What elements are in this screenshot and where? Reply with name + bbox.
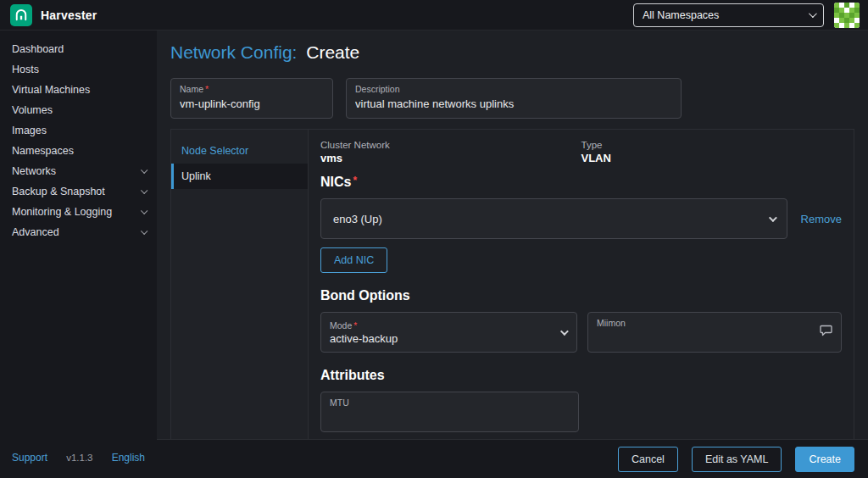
- main-content: Network Config: Create Name* Description…: [157, 31, 868, 439]
- type-value: VLAN: [581, 152, 843, 164]
- chevron-down-icon: [769, 214, 777, 222]
- type-label: Type: [581, 140, 843, 150]
- chevron-down-icon: [141, 187, 147, 194]
- mode-select[interactable]: Mode* active-backup: [320, 312, 577, 353]
- miimon-field[interactable]: Miimon: [587, 312, 842, 353]
- sidebar-item-dashboard[interactable]: Dashboard: [0, 39, 157, 59]
- name-input[interactable]: [180, 97, 324, 110]
- sidebar-item-label: Images: [12, 125, 47, 136]
- sidebar-item-label: Backup & Snapshot: [12, 186, 105, 197]
- sidebar-item-label: Networks: [12, 165, 56, 177]
- miimon-field-label: Miimon: [597, 318, 832, 328]
- mode-select-label: Mode*: [330, 320, 398, 331]
- mode-select-value: active-backup: [330, 332, 398, 345]
- harvester-logo-icon[interactable]: [10, 4, 32, 26]
- sidebar-item-virtual-machines[interactable]: Virtual Machines: [0, 80, 157, 100]
- tab-uplink[interactable]: Uplink: [171, 164, 308, 189]
- app-name: Harvester: [41, 8, 97, 22]
- name-field-label: Name*: [180, 84, 324, 94]
- mtu-input[interactable]: [330, 411, 570, 424]
- required-mark: *: [353, 175, 357, 186]
- tab-node-selector[interactable]: Node Selector: [171, 138, 308, 164]
- main-area: Network Config: Create Name* Description…: [157, 31, 868, 478]
- tooltip-icon[interactable]: [820, 325, 832, 340]
- page-title-action: Create: [306, 42, 359, 62]
- sidebar: Dashboard Hosts Virtual Machines Volumes…: [0, 31, 157, 478]
- sidebar-item-networks[interactable]: Networks: [0, 161, 157, 181]
- action-bar: Cancel Edit as YAML Create: [157, 439, 868, 478]
- sidebar-item-label: Volumes: [12, 104, 53, 116]
- sidebar-footer: Support v1.1.3 English: [0, 452, 157, 478]
- nic-select-value: eno3 (Up): [333, 213, 382, 225]
- chevron-down-icon: [141, 208, 147, 214]
- required-mark: *: [205, 84, 209, 94]
- sidebar-item-hosts[interactable]: Hosts: [0, 59, 157, 80]
- cluster-network-value: vms: [320, 152, 581, 164]
- nic-select[interactable]: eno3 (Up): [320, 198, 787, 239]
- uplink-tab-content: Cluster Network vms Type VLAN NICs* eno3…: [309, 130, 854, 439]
- nics-heading: NICs*: [320, 175, 842, 190]
- page-title: Network Config: Create: [170, 42, 854, 63]
- page-title-resource[interactable]: Network Config:: [170, 42, 297, 62]
- description-field-label: Description: [355, 84, 672, 94]
- form-tab-strip: Node Selector Uplink: [171, 130, 309, 439]
- chevron-down-icon: [809, 9, 817, 18]
- namespace-selector[interactable]: All Namespaces: [633, 3, 824, 27]
- chevron-down-icon: [141, 228, 147, 235]
- support-link[interactable]: Support: [12, 452, 47, 464]
- header-actions: All Namespaces: [633, 3, 860, 28]
- required-mark: *: [353, 320, 357, 331]
- sidebar-item-label: Advanced: [12, 226, 59, 238]
- user-avatar[interactable]: [834, 3, 860, 28]
- name-description-row: Name* Description: [170, 78, 854, 119]
- description-input[interactable]: [355, 97, 672, 110]
- miimon-input[interactable]: [597, 331, 832, 344]
- cluster-network-type-row: Cluster Network vms Type VLAN: [320, 140, 842, 164]
- app-header: Harvester All Namespaces: [0, 0, 868, 31]
- bond-options-row: Mode* active-backup Miimon: [320, 312, 842, 353]
- sidebar-item-namespaces[interactable]: Namespaces: [0, 141, 157, 161]
- version-label: v1.1.3: [66, 453, 92, 463]
- edit-as-yaml-button[interactable]: Edit as YAML: [692, 447, 782, 472]
- bond-options-heading: Bond Options: [320, 288, 842, 303]
- sidebar-item-backup-snapshot[interactable]: Backup & Snapshot: [0, 181, 157, 202]
- type-info: Type VLAN: [581, 140, 843, 164]
- sidebar-item-label: Namespaces: [12, 145, 74, 157]
- sidebar-item-label: Virtual Machines: [12, 84, 90, 96]
- header-brand: Harvester: [10, 4, 97, 26]
- sidebar-item-label: Hosts: [12, 64, 39, 75]
- add-nic-button[interactable]: Add NIC: [320, 247, 387, 273]
- sidebar-item-label: Monitoring & Logging: [12, 206, 112, 218]
- mtu-field-label: MTU: [330, 397, 570, 408]
- sidebar-item-advanced[interactable]: Advanced: [0, 222, 157, 242]
- sidebar-item-label: Dashboard: [12, 43, 64, 55]
- namespace-selector-value: All Namespaces: [643, 9, 719, 21]
- app-root: Harvester All Namespaces: [0, 0, 868, 478]
- mtu-field[interactable]: MTU: [320, 392, 579, 432]
- language-link[interactable]: English: [112, 452, 145, 464]
- mode-select-texts: Mode* active-backup: [330, 320, 398, 345]
- chevron-down-icon: [141, 167, 147, 174]
- sidebar-item-monitoring-logging[interactable]: Monitoring & Logging: [0, 202, 157, 222]
- create-button[interactable]: Create: [795, 447, 854, 472]
- sidebar-item-images[interactable]: Images: [0, 120, 157, 141]
- form-body: Node Selector Uplink Cluster Network vms…: [170, 129, 854, 439]
- chevron-down-icon: [560, 327, 569, 336]
- attributes-heading: Attributes: [320, 368, 842, 383]
- nic-row: eno3 (Up) Remove: [320, 198, 842, 239]
- name-field[interactable]: Name*: [170, 78, 333, 119]
- cluster-network-label: Cluster Network: [320, 140, 581, 150]
- description-field[interactable]: Description: [346, 78, 682, 119]
- cancel-button[interactable]: Cancel: [618, 447, 678, 472]
- cluster-network-info: Cluster Network vms: [320, 140, 581, 164]
- sidebar-item-volumes[interactable]: Volumes: [0, 100, 157, 120]
- remove-nic-link[interactable]: Remove: [801, 213, 842, 225]
